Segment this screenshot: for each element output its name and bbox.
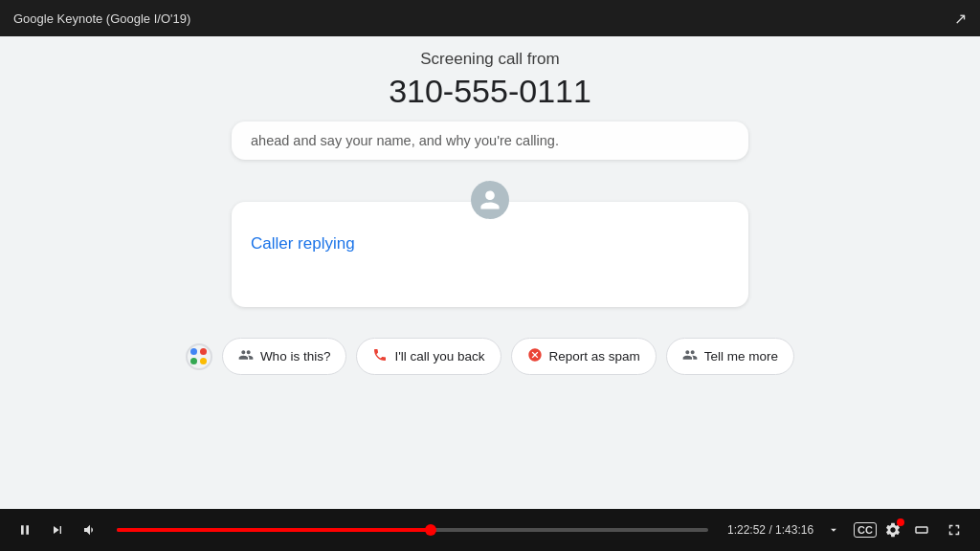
tell-me-more-icon [682, 347, 698, 365]
tell-me-more-label: Tell me more [704, 349, 778, 364]
partial-message-bubble: ahead and say your name, and why you're … [232, 121, 748, 160]
who-is-this-label: Who is this? [260, 349, 331, 364]
phone-screen: Screening call from 310-555-0111 ahead a… [0, 36, 980, 509]
who-is-this-button[interactable]: Who is this? [222, 338, 347, 375]
chapter-menu-button[interactable] [823, 521, 844, 539]
who-is-this-icon [238, 347, 254, 365]
skip-next-button[interactable] [46, 520, 69, 540]
ill-call-you-back-button[interactable]: I'll call you back [356, 338, 501, 375]
video-controls-bar: 1:22:52 / 1:43:16 CC [0, 509, 980, 551]
caller-avatar [471, 181, 509, 219]
report-as-spam-button[interactable]: Report as spam [511, 338, 657, 375]
ga-dot-green [190, 358, 197, 364]
theater-mode-button[interactable] [909, 519, 934, 540]
screening-header: Screening call from 310-555-0111 [389, 50, 591, 110]
theater-icon [913, 521, 930, 539]
progress-scrubber[interactable] [425, 524, 436, 536]
screening-label: Screening call from [389, 50, 591, 69]
ill-call-you-back-label: I'll call you back [394, 349, 484, 364]
progress-fill [117, 528, 431, 532]
share-icon[interactable]: ↗ [954, 10, 967, 28]
report-as-spam-label: Report as spam [549, 349, 640, 364]
right-controls: CC [854, 519, 967, 540]
time-display: 1:22:52 / 1:43:16 [727, 523, 813, 537]
settings-red-dot [897, 518, 904, 526]
progress-area[interactable] [117, 528, 708, 532]
google-assistant-logo [186, 343, 212, 370]
spam-icon [527, 347, 543, 365]
ga-dot-yellow [200, 358, 207, 364]
caller-section: Caller replying [232, 181, 748, 307]
fullscreen-button[interactable] [942, 519, 967, 540]
ga-dot-blue [190, 348, 197, 355]
partial-message-text: ahead and say your name, and why you're … [251, 133, 559, 148]
fullscreen-icon [946, 521, 963, 539]
cc-button[interactable]: CC [854, 522, 877, 538]
current-time: 1:22:52 [727, 523, 766, 537]
title-bar: Google Keynote (Google I/O'19) ↗ [0, 0, 980, 36]
action-buttons-row: Who is this? I'll call you back Report a… [186, 338, 794, 375]
total-time: 1:43:16 [775, 523, 813, 537]
caller-replying-text: Caller replying [251, 234, 729, 253]
person-icon [479, 188, 501, 211]
settings-button[interactable] [884, 521, 902, 539]
call-back-icon [372, 347, 388, 365]
volume-button[interactable] [78, 520, 101, 540]
ga-dot-red [200, 348, 207, 355]
play-pause-button[interactable] [13, 520, 36, 540]
tell-me-more-button[interactable]: Tell me more [666, 338, 794, 375]
phone-number: 310-555-0111 [389, 73, 591, 110]
window-title: Google Keynote (Google I/O'19) [13, 11, 190, 26]
progress-bar[interactable] [117, 528, 708, 532]
